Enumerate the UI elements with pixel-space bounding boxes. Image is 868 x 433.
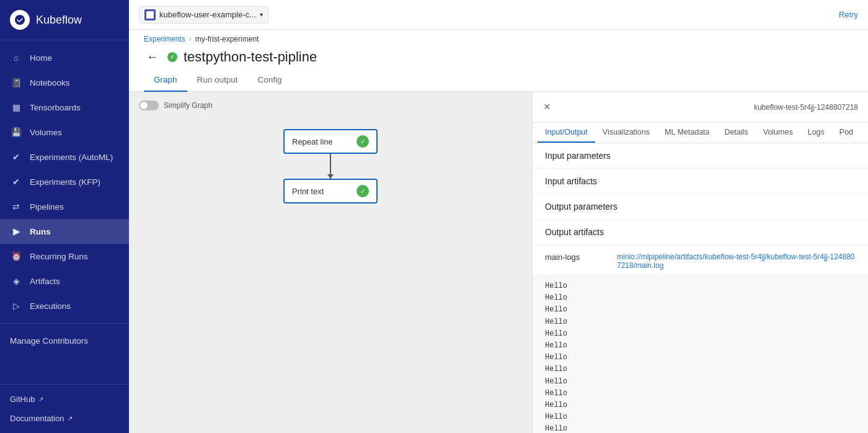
chevron-down-icon: ▾	[260, 11, 263, 18]
namespace-selector[interactable]: kubeflow-user-example-c... ▾	[139, 6, 268, 24]
input-artifacts-header: Input artifacts	[533, 169, 868, 194]
log-line: Hello	[545, 316, 856, 328]
log-line: Hello	[545, 352, 856, 364]
external-icon: ↗	[68, 415, 73, 422]
sidebar-github[interactable]: GitHub ↗	[10, 390, 119, 409]
sidebar-nav: ⌂ Home 📓 Notebooks ▦ Tensorboards 💾 Volu…	[0, 40, 129, 384]
side-panel-header: × kubeflow-test-5r4jj-1248807218	[533, 92, 868, 123]
sidebar-item-label: Home	[30, 53, 52, 63]
svg-rect-1	[146, 11, 154, 19]
tab-graph[interactable]: Graph	[144, 69, 187, 92]
simplify-graph-toggle[interactable]: Simplify Graph	[139, 100, 213, 110]
side-panel-tab-input-output[interactable]: Input/Output	[538, 123, 595, 143]
tensorboard-icon: ▦	[10, 101, 22, 114]
side-panel-tab-ml-metadata[interactable]: ML Metadata	[657, 123, 717, 143]
sidebar-logo: Kubeflow	[0, 0, 129, 40]
sidebar-logo-text: Kubeflow	[36, 14, 82, 27]
graph-node-print-text[interactable]: Print text ✓	[283, 179, 378, 203]
sidebar-manage-contributors[interactable]: Manage Contributors	[0, 329, 129, 353]
log-line: Hello	[545, 423, 856, 433]
main-tabs: Graph Run output Config	[129, 69, 868, 92]
execution-icon: ▷	[10, 300, 22, 312]
side-panel: × kubeflow-test-5r4jj-1248807218 Input/O…	[532, 92, 868, 433]
breadcrumb-experiments[interactable]: Experiments	[144, 35, 185, 43]
sidebar-item-label: Pipelines	[30, 202, 64, 212]
sidebar-item-artifacts[interactable]: ◈ Artifacts	[0, 269, 129, 293]
log-line: Hello	[545, 364, 856, 375]
artifact-logs: HelloHelloHelloHelloHelloHelloHelloHello…	[533, 275, 868, 433]
side-panel-tab-volumes[interactable]: Volumes	[756, 123, 800, 143]
log-line: Hello	[545, 411, 856, 423]
sidebar-item-label: Experiments (KFP)	[30, 177, 100, 187]
graph-nodes-container: Repeat line ✓ Print text ✓	[129, 129, 532, 203]
page-title: testpython-test-pipline	[184, 49, 317, 65]
node-label: Print text	[292, 187, 324, 196]
log-line: Hello	[545, 280, 856, 292]
graph-node-repeat-line[interactable]: Repeat line ✓	[283, 129, 378, 154]
sidebar-footer: GitHub ↗ Documentation ↗	[0, 384, 129, 433]
side-panel-tab-pod[interactable]: Pod	[832, 123, 861, 143]
kubeflow-logo-icon	[10, 10, 30, 30]
simplify-toggle-switch[interactable]	[139, 100, 159, 110]
sidebar-item-executions[interactable]: ▷ Executions	[0, 293, 129, 318]
output-parameters-header: Output parameters	[533, 194, 868, 220]
breadcrumb-current: my-frist-experiment	[195, 35, 259, 43]
sidebar-item-pipelines[interactable]: ⇄ Pipelines	[0, 194, 129, 219]
log-line: Hello	[545, 376, 856, 388]
topbar: kubeflow-user-example-c... ▾ Retry	[129, 0, 868, 30]
sidebar-item-recurring-runs[interactable]: ⏰ Recurring Runs	[0, 244, 129, 269]
graph-edge	[330, 154, 331, 179]
volume-icon: 💾	[10, 126, 22, 138]
sidebar-item-label: Experiments (AutoML)	[30, 153, 113, 162]
svg-point-0	[15, 15, 25, 25]
artifact-key: main-logs	[545, 252, 607, 262]
input-parameters-header: Input parameters	[533, 143, 868, 169]
sidebar-item-notebooks[interactable]: 📓 Notebooks	[0, 70, 129, 95]
experiment-kfp-icon: ✔	[10, 176, 22, 188]
sidebar-item-label: Executions	[30, 301, 71, 311]
artifact-link[interactable]: minio://mlpipeline/artifacts/kubeflow-te…	[617, 252, 856, 270]
sidebar-item-label: Notebooks	[30, 78, 70, 87]
breadcrumb-separator: ›	[189, 35, 192, 43]
log-line: Hello	[545, 400, 856, 411]
sidebar-item-tensorboards[interactable]: ▦ Tensorboards	[0, 95, 129, 120]
namespace-icon	[144, 9, 156, 20]
side-panel-tabs: Input/Output Visualizations ML Metadata …	[533, 123, 868, 143]
node-success-icon: ✓	[356, 185, 369, 197]
breadcrumb: Experiments › my-frist-experiment	[129, 30, 868, 43]
side-panel-tab-details[interactable]: Details	[717, 123, 756, 143]
tab-run-output[interactable]: Run output	[187, 69, 248, 92]
sidebar-item-volumes[interactable]: 💾 Volumes	[0, 120, 129, 145]
status-indicator	[167, 52, 177, 62]
sidebar-item-label: Tensorboards	[30, 103, 81, 112]
log-line: Hello	[545, 292, 856, 304]
documentation-label: Documentation	[10, 414, 64, 423]
sidebar-documentation[interactable]: Documentation ↗	[10, 409, 119, 428]
sidebar-item-label: Artifacts	[30, 277, 60, 286]
sidebar-item-experiments-automl[interactable]: ✔ Experiments (AutoML)	[0, 145, 129, 169]
external-icon: ↗	[38, 396, 43, 403]
sidebar-item-home[interactable]: ⌂ Home	[0, 45, 129, 70]
side-panel-body: Input parameters Input artifacts Output …	[533, 143, 868, 433]
side-panel-run-id: kubeflow-test-5r4jj-1248807218	[754, 103, 858, 112]
side-panel-tab-visualizations[interactable]: Visualizations	[595, 123, 657, 143]
retry-button[interactable]: Retry	[839, 10, 858, 19]
artifact-row: main-logs minio://mlpipeline/artifacts/k…	[533, 248, 868, 275]
side-panel-tab-logs[interactable]: Logs	[800, 123, 832, 143]
tab-config[interactable]: Config	[248, 69, 292, 92]
home-icon: ⌂	[10, 51, 22, 64]
pipeline-icon: ⇄	[10, 200, 22, 213]
log-line: Hello	[545, 340, 856, 352]
content-area: Simplify Graph Repeat line ✓ Print text …	[129, 92, 868, 433]
recurring-icon: ⏰	[10, 250, 22, 262]
back-button[interactable]: ←	[144, 47, 161, 66]
side-panel-tab-events[interactable]: Events	[861, 123, 868, 143]
log-line: Hello	[545, 304, 856, 316]
notebook-icon: 📓	[10, 76, 22, 89]
close-button[interactable]: ×	[542, 99, 552, 115]
sidebar-item-label: Volumes	[30, 128, 62, 137]
sidebar-item-experiments-kfp[interactable]: ✔ Experiments (KFP)	[0, 169, 129, 194]
sidebar-item-runs[interactable]: ▶ Runs	[0, 219, 129, 244]
namespace-label: kubeflow-user-example-c...	[159, 10, 256, 19]
artifact-icon: ◈	[10, 275, 22, 287]
